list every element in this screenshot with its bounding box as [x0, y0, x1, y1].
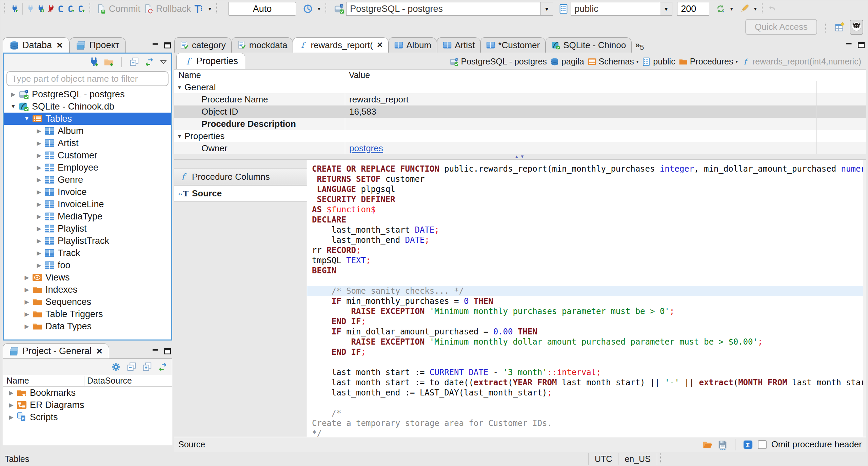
splitter-handle[interactable]: ▲▼ [174, 154, 866, 159]
toolbar-grip[interactable] [216, 3, 218, 14]
perspective-grip[interactable] [825, 22, 827, 33]
tree-item-genre[interactable]: ▶Genre [4, 174, 171, 186]
expand-arrow-icon[interactable]: ▶ [36, 164, 42, 171]
quick-access-button[interactable]: Quick Access [745, 19, 817, 35]
editor-tab-album[interactable]: Album [389, 37, 437, 53]
expand-arrow-icon[interactable]: ▶ [36, 225, 42, 232]
tree-item-data-types[interactable]: ▶Data Types [4, 320, 171, 332]
column-name[interactable]: Name [174, 70, 345, 80]
dbeaver-perspective-button[interactable] [850, 20, 863, 35]
tree-item-views[interactable]: ▶Views [4, 271, 171, 284]
tree-item-invoice[interactable]: ▶Invoice [4, 186, 171, 198]
tree-item-artist[interactable]: ▶Artist [4, 137, 171, 149]
save-icon[interactable] [717, 440, 728, 450]
expand-arrow-icon[interactable]: ▶ [23, 323, 30, 330]
link-with-editor-icon[interactable] [158, 362, 168, 372]
collapse-all-icon[interactable] [126, 362, 137, 372]
tree-item-foo[interactable]: ▶foo [4, 259, 171, 271]
commit-mode-combo[interactable]: Auto [228, 2, 296, 16]
expand-arrow-icon[interactable]: ▶ [36, 176, 42, 183]
expand-arrow-icon[interactable]: ▼ [10, 103, 17, 110]
rollback-button[interactable]: Rollback [142, 3, 193, 15]
expand-arrow-icon[interactable]: ▶ [36, 152, 42, 159]
open-perspective-icon[interactable] [835, 22, 845, 32]
tab-проект[interactable]: Проект [70, 37, 126, 53]
commit-button[interactable]: Commit [95, 3, 142, 15]
tree-item-sequences[interactable]: ▶Sequences [4, 296, 171, 308]
tree-item-track[interactable]: ▶Track [4, 247, 171, 259]
project-item-scripts[interactable]: ▶Scripts [3, 411, 172, 423]
splitter-arrows-icon[interactable]: ▲▼ [514, 154, 526, 159]
toolbar-grip[interactable] [326, 3, 328, 14]
expand-arrow-icon[interactable]: ▶ [36, 262, 42, 269]
chevron-down-icon[interactable]: ▾ [636, 59, 639, 64]
expand-arrow-icon[interactable]: ▶ [8, 389, 15, 396]
expand-arrow-icon[interactable]: ▶ [36, 213, 42, 220]
transaction-mode-button[interactable]: ▼ [193, 3, 214, 15]
expand-arrow-icon[interactable]: ▶ [36, 140, 42, 147]
gear-icon[interactable] [111, 362, 121, 372]
locale-indicator[interactable]: en_US [618, 453, 657, 465]
owner-link[interactable]: postgres [349, 143, 383, 154]
panel-tab-source[interactable]: ‹›TSource [174, 185, 307, 202]
connection-combo[interactable]: PostgreSQL - postgres ▼ [346, 2, 553, 16]
expand-arrow-icon[interactable]: ▶ [36, 189, 42, 196]
expand-arrow-icon[interactable]: ▶ [8, 402, 15, 409]
editor-tab-mockdata[interactable]: mockdata [232, 37, 293, 53]
chevron-down-icon[interactable]: ▼ [660, 2, 672, 15]
tree-item-employee[interactable]: ▶Employee [4, 161, 171, 174]
column-name[interactable]: Name [3, 376, 84, 386]
minimize-icon[interactable] [151, 347, 160, 356]
reconnect-icon[interactable] [36, 4, 46, 14]
project-item-er-diagrams[interactable]: ▶ER Diagrams [3, 399, 172, 411]
close-icon[interactable]: ✕ [56, 41, 63, 50]
object-filter-input[interactable] [6, 71, 169, 86]
expand-arrow-icon[interactable]: ▶ [8, 414, 15, 421]
disconnect-icon[interactable] [46, 4, 56, 14]
maximize-icon[interactable] [163, 347, 172, 356]
omit-procedure-header-checkbox[interactable] [758, 440, 767, 449]
expand-arrow-icon[interactable]: ▼ [23, 116, 30, 122]
breadcrumb-item-procedures[interactable]: Procedures▾ [679, 57, 738, 66]
refresh-button[interactable]: ▼ [714, 3, 735, 15]
tree-item-sqlite-chinook-db[interactable]: ▼SQLite - Chinook.db [4, 100, 171, 113]
expand-arrow-icon[interactable]: ▶ [36, 128, 42, 135]
collapse-all-icon[interactable] [129, 57, 139, 67]
editor-tab-rewards-report-[interactable]: frewards_report(✕ [293, 37, 389, 53]
column-datasource[interactable]: DataSource [84, 376, 130, 386]
fetch-size-input[interactable] [677, 2, 709, 16]
close-icon[interactable]: ✕ [96, 347, 103, 356]
tree-item-mediatype[interactable]: ▶MediaType [4, 210, 171, 222]
toolbar-grip[interactable] [4, 3, 6, 14]
editor-tab-sqlite-chinoo[interactable]: SQLite - Chinoo [546, 37, 632, 53]
tab-project-general[interactable]: Project - General ✕ [3, 343, 109, 359]
property-row-owner[interactable]: Ownerpostgres [174, 142, 866, 154]
tree-item-indexes[interactable]: ▶Indexes [4, 284, 171, 296]
property-row-object-id[interactable]: Object ID16,583 [174, 105, 866, 118]
tree-item-table-triggers[interactable]: ▶Table Triggers [4, 308, 171, 320]
breadcrumb-item-public[interactable]: public [642, 57, 675, 66]
group-arrow-icon[interactable]: ▼ [177, 84, 182, 90]
new-sql-editor-icon[interactable] [76, 4, 86, 14]
expand-arrow-icon[interactable]: ▶ [23, 274, 30, 281]
expand-arrow-icon[interactable]: ▶ [23, 311, 30, 318]
expand-arrow-icon[interactable]: ▶ [23, 298, 30, 306]
code-scrollbar[interactable] [863, 159, 866, 437]
transaction-log-button[interactable]: ▼ [301, 3, 322, 15]
tree-item-tables[interactable]: ▼Tables [4, 113, 171, 125]
property-row-properties[interactable]: ▼Properties [174, 130, 866, 142]
tree-item-playlist[interactable]: ▶Playlist [4, 222, 171, 235]
tree-item-album[interactable]: ▶Album [4, 125, 171, 137]
schema-combo[interactable]: public ▼ [571, 2, 672, 16]
expand-arrow-icon[interactable]: ▶ [36, 201, 42, 208]
property-row-procedure-name[interactable]: Procedure Namerewards_report [174, 93, 866, 105]
tab-overflow-button[interactable]: »5 [635, 40, 644, 53]
tree-item-invoiceline[interactable]: ▶InvoiceLine [4, 198, 171, 210]
open-sql-script-icon[interactable] [66, 4, 76, 14]
property-row-procedure-description[interactable]: Procedure Description [174, 118, 866, 130]
connect-icon[interactable] [25, 4, 36, 14]
new-folder-icon[interactable] [104, 57, 114, 67]
tab-properties[interactable]: f Properties [176, 53, 245, 69]
chevron-down-icon[interactable]: ▾ [736, 59, 738, 64]
breadcrumb-item-pagila[interactable]: pagila [550, 57, 584, 66]
